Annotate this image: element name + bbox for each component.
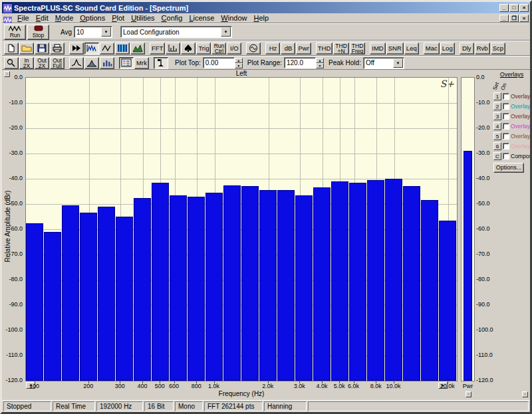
menu-options[interactable]: Options [76, 14, 108, 22]
x-tick-mark [354, 381, 354, 383]
print-icon[interactable] [50, 43, 65, 54]
spectrum-analyzer-icon[interactable] [84, 43, 99, 54]
spinner-down-icon[interactable]: ▼ [316, 63, 324, 68]
new-document-icon[interactable] [4, 43, 19, 54]
splitter-bottom-icon[interactable]: ▫ [466, 391, 471, 397]
gridline-h [26, 128, 457, 129]
thd-freq-button[interactable]: THDFreq [350, 43, 365, 54]
stop-led-icon [32, 25, 45, 32]
trigger-button[interactable]: Trig [196, 43, 211, 54]
thd-n-button[interactable]: THD+N [333, 43, 348, 54]
surface-3d-icon[interactable] [130, 43, 145, 54]
zoom-out-full-button[interactable]: OutFull [50, 57, 65, 69]
overlay-on-checkbox-3[interactable] [503, 113, 509, 120]
overlay-on-checkbox-2[interactable] [503, 103, 509, 110]
scope-button[interactable]: Scp [491, 43, 505, 54]
legend-icon[interactable] [119, 57, 134, 69]
signal-generator-icon[interactable] [246, 43, 261, 54]
overlay-set-button-6[interactable]: 6 [493, 142, 501, 150]
smoothing-icon[interactable] [181, 43, 196, 54]
filled-plot-icon[interactable] [84, 57, 99, 69]
zoom-tool-icon[interactable] [4, 57, 19, 69]
mdi-minimize-button[interactable]: _ [499, 15, 509, 22]
menu-help[interactable]: Help [250, 14, 272, 22]
maximize-button[interactable]: □ [509, 4, 519, 12]
marker-button[interactable]: Mrk [134, 57, 149, 69]
spinner-up-icon[interactable]: ▲ [235, 58, 243, 63]
stop-button[interactable]: Stop [27, 25, 49, 40]
spectrum-bar-4k [313, 187, 331, 381]
mdi-child-icon[interactable] [3, 15, 13, 22]
avg-dropdown[interactable]: 10 ▼ [74, 26, 112, 38]
fast-forward-icon[interactable] [69, 43, 84, 54]
overlay-on-checkbox-1[interactable] [503, 93, 509, 100]
menu-window[interactable]: Window [217, 14, 250, 22]
configuration-dropdown[interactable]: Load Configuration ▼ [120, 26, 232, 38]
minimize-button[interactable]: _ [499, 4, 509, 12]
menu-mode[interactable]: Mode [52, 14, 77, 22]
line-plot-icon[interactable] [69, 57, 84, 69]
menu-config[interactable]: Config [158, 14, 186, 22]
overlay-set-button-5[interactable]: 5 [493, 132, 501, 140]
mdi-restore-button[interactable]: ❐ [509, 15, 519, 22]
plot-top-spinner[interactable]: ▲▼ [235, 58, 243, 68]
peak-hold-dropdown-arrow-icon[interactable]: ▼ [393, 58, 403, 68]
overlay-on-checkbox-4[interactable] [503, 123, 509, 130]
bar-plot-icon[interactable] [100, 57, 114, 69]
spinner-down-icon[interactable]: ▼ [235, 63, 243, 68]
x-tick-label: 6.0k [348, 383, 359, 389]
cursor-pole-icon[interactable] [154, 57, 168, 69]
status-cell-empty [308, 401, 529, 411]
db-button[interactable]: dB [281, 43, 295, 54]
menu-license[interactable]: License [186, 14, 217, 22]
zoom-out-2x-button[interactable]: Out2X [35, 57, 49, 69]
plot-range-input[interactable] [284, 57, 316, 68]
overlays-options-button[interactable]: Options... [493, 163, 524, 173]
overlay-on-checkbox-5[interactable] [503, 133, 509, 140]
axis-scale-icon[interactable] [166, 43, 180, 54]
menu-utilities[interactable]: Utilities [128, 14, 158, 22]
menu-edit[interactable]: Edit [33, 14, 52, 22]
run-control-button[interactable]: RunCtrl [211, 43, 226, 54]
delay-button[interactable]: Dly [460, 43, 474, 54]
x-tick-mark [174, 381, 175, 383]
overlay-label-3: Overlay 3 [511, 113, 530, 120]
overlay-on-checkbox-C[interactable] [503, 153, 509, 159]
spectrum-plot[interactable]: S+ [25, 77, 458, 381]
cursor-pole-icon [156, 58, 166, 67]
run-button[interactable]: Run [4, 25, 26, 40]
plot-range-spinner[interactable]: ▲▼ [316, 58, 324, 68]
menu-file[interactable]: File [14, 14, 33, 22]
x-tick-label: 100 [29, 383, 39, 389]
macro-button[interactable]: Mac [424, 43, 440, 54]
y-tick-label: -100.0 [2, 326, 23, 333]
configuration-dropdown-arrow-icon[interactable]: ▼ [221, 27, 231, 37]
spectrum-bar-315 [116, 217, 133, 381]
save-icon[interactable] [35, 43, 49, 54]
zoom-in-2x-button[interactable]: In2X [19, 57, 34, 69]
peak-hold-dropdown[interactable]: Off ▼ [363, 57, 404, 69]
log-button[interactable]: Log [440, 43, 455, 54]
time-series-icon[interactable] [100, 43, 114, 54]
imd-button[interactable]: IMD [370, 43, 385, 54]
close-button[interactable]: × [519, 4, 529, 12]
plot-top-input[interactable] [203, 57, 235, 68]
thd-button[interactable]: THD [316, 43, 333, 54]
spinner-up-icon[interactable]: ▲ [316, 58, 324, 63]
snr-button[interactable]: SNR [386, 43, 404, 54]
io-device-button[interactable]: I/O [227, 43, 241, 54]
spectrum-bar-3.15k [295, 195, 313, 381]
overlay-on-checkbox-6[interactable] [503, 143, 509, 150]
leq-button[interactable]: Leq [404, 43, 419, 54]
spectrogram-icon[interactable] [115, 43, 130, 54]
fft-settings-button[interactable]: FFT [150, 43, 165, 54]
mdi-close-button[interactable]: × [519, 15, 529, 22]
pwr-button[interactable]: Pwr [296, 43, 311, 54]
menu-plot[interactable]: Plot [108, 14, 128, 22]
titlebar[interactable]: SpectraPLUS-SC Sound Card Edition - [Spe… [2, 2, 530, 13]
hz-button[interactable]: Hz [265, 43, 280, 54]
open-file-icon[interactable] [19, 43, 34, 54]
avg-dropdown-arrow-icon[interactable]: ▼ [101, 27, 111, 37]
overlay-set-button-3[interactable]: 3 [493, 112, 501, 120]
reverb-button[interactable]: Rvb [475, 43, 490, 54]
